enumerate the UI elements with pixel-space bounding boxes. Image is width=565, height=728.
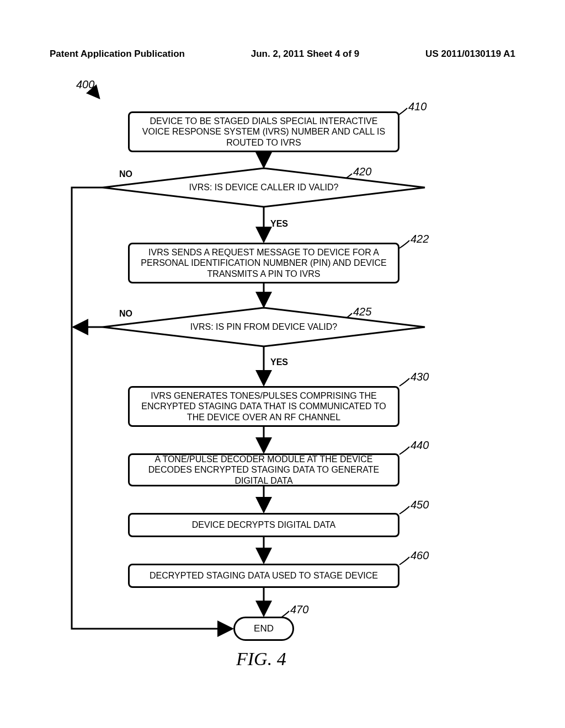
header-right: US 2011/0130119 A1 [425, 49, 515, 60]
ref-430: 430 [411, 371, 429, 383]
flowchart-svg [0, 83, 565, 678]
label-yes-420: YES [270, 219, 288, 229]
label-no-425: NO [119, 309, 132, 319]
ref-470: 470 [290, 603, 308, 616]
header-center: Jun. 2, 2011 Sheet 4 of 9 [251, 49, 360, 60]
ref-440: 440 [411, 439, 429, 452]
step-430: IVRS GENERATES TONES/PULSES COMPRISING T… [128, 386, 399, 427]
label-no-420: NO [119, 169, 132, 179]
step-440: A TONE/PULSE DECODER MODULE AT THE DEVIC… [128, 453, 399, 486]
figure-caption: FIG. 4 [236, 649, 286, 670]
ref-420: 420 [353, 165, 371, 178]
header-left: Patent Application Publication [50, 49, 185, 60]
terminator-end: END [233, 617, 294, 641]
ref-410: 410 [408, 100, 427, 113]
step-450: DEVICE DECRYPTS DIGITAL DATA [128, 513, 399, 537]
step-422: IVRS SENDS A REQUEST MESSAGE TO DEVICE F… [128, 243, 399, 283]
label-yes-425: YES [270, 357, 288, 367]
ref-400: 400 [76, 78, 94, 91]
ref-460: 460 [411, 549, 429, 562]
ref-422: 422 [411, 233, 429, 245]
page-header: Patent Application Publication Jun. 2, 2… [0, 49, 565, 60]
figure-4: 400 410 420 422 425 430 440 450 460 470 … [0, 83, 565, 678]
ref-450: 450 [411, 499, 429, 511]
ref-425: 425 [353, 306, 371, 318]
step-460: DECRYPTED STAGING DATA USED TO STAGE DEV… [128, 564, 399, 588]
step-410: DEVICE TO BE STAGED DIALS SPECIAL INTERA… [128, 111, 399, 152]
